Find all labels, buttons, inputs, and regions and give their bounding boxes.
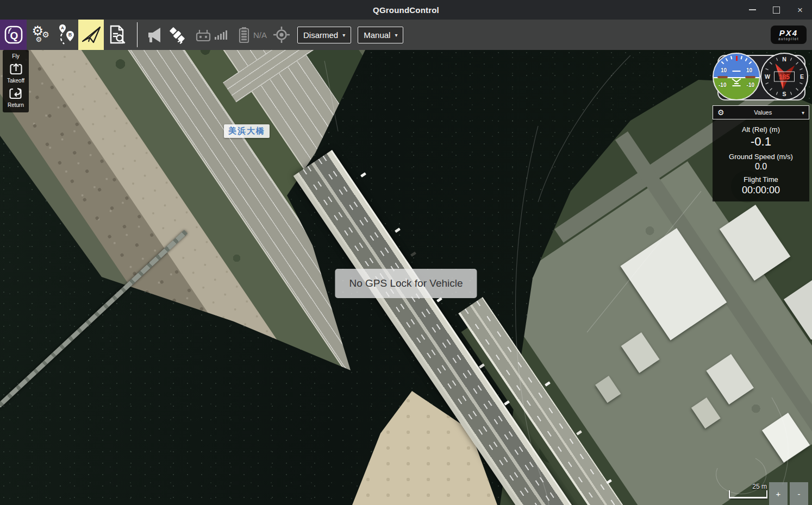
- values-panel-title: Values: [724, 109, 802, 116]
- roll-tick: [741, 56, 742, 59]
- gps-lock-indicator[interactable]: [272, 26, 291, 44]
- roll-tick: [745, 58, 748, 61]
- pitch-label: -10: [719, 82, 726, 88]
- chevron-down-icon[interactable]: ▾: [802, 110, 804, 116]
- qgc-logo-icon: Q: [3, 24, 24, 45]
- rc-transmitter-icon: [195, 26, 212, 43]
- pitch-label: 10: [746, 67, 752, 73]
- toolbar-separator: [137, 22, 138, 47]
- attitude-indicator[interactable]: 10 10 -10 -10: [713, 53, 760, 100]
- values-panel-body: Alt (Rel) (m) -0.1 Ground Speed (m/s) 0.…: [713, 119, 809, 201]
- px4-logo: PX4 autopilot: [771, 26, 807, 44]
- battery-indicator[interactable]: N/A: [237, 26, 267, 44]
- svg-text:A: A: [61, 26, 64, 30]
- heading-value-box: 185: [774, 72, 795, 82]
- armed-state-dropdown[interactable]: Disarmed ▾: [297, 27, 351, 43]
- gear-icon[interactable]: ⚙: [717, 109, 724, 116]
- roll-pointer: [736, 56, 738, 61]
- toolstrip-title: Fly: [12, 53, 19, 59]
- gps-crosshair-icon: [272, 26, 291, 44]
- takeoff-button[interactable]: Takeoff: [7, 62, 24, 84]
- chevron-down-icon: ▾: [342, 32, 345, 38]
- cardinal-west: W: [765, 73, 770, 80]
- megaphone-icon: [146, 26, 163, 44]
- map-zoom-out-button[interactable]: -: [790, 482, 808, 505]
- cardinal-south: S: [782, 91, 786, 97]
- roll-tick: [721, 61, 724, 65]
- ground-speed-value: 0.0: [713, 162, 809, 172]
- svg-text:B: B: [68, 32, 72, 37]
- map-zoom-in-button[interactable]: +: [769, 482, 788, 505]
- compass-indicator[interactable]: N S W E 185: [760, 53, 808, 100]
- pitch-rung: [733, 71, 741, 72]
- svg-text:Q: Q: [10, 30, 18, 41]
- document-search-icon: [106, 24, 128, 46]
- close-button[interactable]: ×: [796, 5, 804, 14]
- takeoff-icon: [9, 62, 23, 76]
- paper-plane-icon: [81, 25, 102, 45]
- px4-logo-subtext: autopilot: [778, 37, 799, 41]
- pitch-rung: [733, 85, 741, 86]
- map-scale-label: 25 m: [729, 483, 767, 490]
- aircraft-wing-marker: [717, 76, 728, 78]
- values-panel: ⚙ Values ▾ Alt (Rel) (m) -0.1 Ground Spe…: [713, 105, 809, 201]
- plan-view-button[interactable]: A B: [54, 20, 78, 50]
- pitch-label: 10: [721, 67, 727, 73]
- chevron-down-icon: ▾: [395, 32, 397, 38]
- value-label: Ground Speed (m/s): [713, 153, 809, 161]
- window-title: QGroundControl: [373, 5, 439, 15]
- gps-status-indicator[interactable]: [166, 25, 188, 45]
- close-icon: ×: [797, 5, 803, 15]
- takeoff-label: Takeoff: [7, 78, 24, 84]
- map-scale-bar: [729, 490, 767, 498]
- value-label: Alt (Rel) (m): [713, 125, 809, 134]
- qgc-app-button[interactable]: Q: [0, 20, 27, 50]
- flight-mode-dropdown[interactable]: Manual ▾: [358, 27, 403, 43]
- aircraft-wing-marker: [745, 76, 755, 78]
- main-toolbar: Q ⚙⚙⚙ A B: [0, 20, 812, 50]
- fly-toolstrip: Fly Takeoff Return: [3, 50, 29, 112]
- cardinal-north: N: [782, 56, 786, 62]
- px4-logo-text: PX4: [779, 29, 798, 37]
- minimize-icon: [749, 9, 756, 10]
- flight-time-value: 00:00:00: [713, 185, 809, 196]
- armed-state-label: Disarmed: [303, 30, 338, 40]
- aircraft-center-marker: [730, 78, 743, 84]
- plan-waypoints-icon: A B: [55, 23, 77, 46]
- vehicle-setup-button[interactable]: ⚙⚙⚙: [29, 20, 54, 50]
- cardinal-east: E: [800, 73, 804, 80]
- bridge-name-label: 美浜大橋: [224, 124, 270, 138]
- qgroundcontrol-window: 美浜大橋 QGroundControl × Q ⚙⚙⚙ A: [0, 0, 812, 505]
- signal-bars-icon: [215, 30, 227, 40]
- minimize-button[interactable]: [748, 5, 757, 14]
- maximize-button[interactable]: [772, 5, 780, 14]
- return-icon: [8, 87, 23, 100]
- altitude-value: -0.1: [713, 135, 809, 149]
- fly-view-button[interactable]: [78, 20, 104, 50]
- return-button[interactable]: Return: [8, 87, 24, 108]
- heading-value: 185: [779, 73, 790, 80]
- map-scale: 25 m: [729, 483, 767, 498]
- return-label: Return: [8, 102, 24, 108]
- values-panel-header[interactable]: ⚙ Values ▾: [713, 105, 809, 119]
- analyze-view-button[interactable]: [104, 20, 129, 50]
- title-bar: QGroundControl ×: [0, 0, 812, 20]
- battery-icon: [237, 26, 251, 44]
- maximize-icon: [773, 7, 780, 14]
- satellite-icon: [167, 25, 187, 45]
- rc-rssi-indicator[interactable]: [195, 26, 227, 43]
- pitch-label: -10: [747, 82, 754, 88]
- no-gps-message: No GPS Lock for Vehicle: [335, 269, 477, 298]
- roll-tick: [749, 61, 752, 65]
- roll-tick: [726, 58, 728, 61]
- flight-mode-label: Manual: [364, 30, 390, 40]
- window-controls: ×: [748, 0, 804, 20]
- gears-icon: ⚙⚙⚙: [32, 25, 52, 45]
- battery-status-text: N/A: [253, 30, 267, 40]
- vehicle-messages-indicator[interactable]: [145, 26, 164, 44]
- roll-tick: [730, 56, 732, 59]
- value-label: Flight Time: [713, 175, 809, 184]
